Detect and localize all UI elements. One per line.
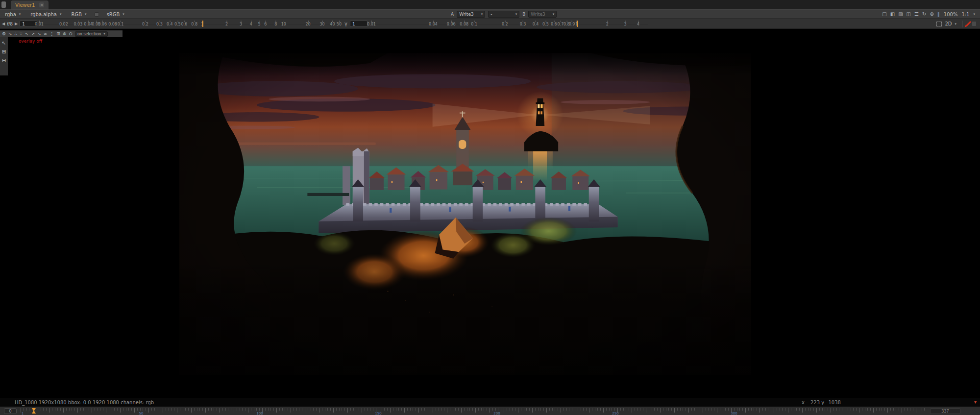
- display-channels-value: RGB: [71, 12, 82, 17]
- channel-controls: rgba ▾ rgba.alpha ▾ RGB ▾ sRGB ▾: [3, 10, 126, 18]
- exposure-toolbar: ◀ f/8 ▶ 1 0.010.020.030.040.050.060.080.…: [0, 19, 980, 29]
- input-a-value: Write3: [459, 12, 474, 17]
- side-tool-strip: ↖⊞⊟: [0, 37, 8, 75]
- grid-icon[interactable]: ⊞: [56, 32, 60, 36]
- wipe-mode-value: -: [490, 12, 492, 17]
- ab-compare-controls: A Write3 ▾ - ▾ B Write3 ▾: [451, 10, 557, 18]
- add-point-cursor-icon[interactable]: ⊞: [2, 49, 6, 54]
- timeline-end-frame[interactable]: 337: [930, 408, 960, 414]
- remove-selection-icon[interactable]: ⊖: [69, 32, 73, 36]
- nuke-viewer-window: { "tab_bar": { "tab_label": "Viewer1", "…: [0, 0, 980, 415]
- input-b-value: Write3: [531, 12, 545, 17]
- chevron-down-icon: ▾: [553, 12, 555, 16]
- select-cursor-icon[interactable]: ↖: [2, 41, 6, 46]
- overlay-tools: ⚙∿∴∵↖↗↘∞⋮⊞⊕⊖: [2, 32, 73, 36]
- viewer-toolbar: rgba ▾ rgba.alpha ▾ RGB ▾ sRGB ▾ A Write…: [0, 9, 980, 19]
- chevron-down-icon[interactable]: ▾: [955, 22, 956, 26]
- edge-icon[interactable]: [972, 22, 976, 26]
- input-b-dropdown[interactable]: Write3 ▾: [528, 11, 557, 18]
- gamma-input[interactable]: 1: [350, 21, 368, 27]
- channels-dropdown[interactable]: rgba ▾: [3, 12, 23, 17]
- gamma-label: γ: [344, 21, 347, 26]
- points-icon[interactable]: ∴: [15, 32, 18, 36]
- channels-value: rgba: [5, 12, 16, 17]
- gain-slider[interactable]: 0.010.020.030.040.050.060.080.10.20.30.4…: [39, 20, 341, 27]
- cursor-coordinates: x=-223 y=1038: [802, 400, 841, 405]
- status-menu-caret-icon[interactable]: ▾: [974, 399, 977, 405]
- wipe-mode-dropdown[interactable]: - ▾: [488, 11, 519, 18]
- format-info: HD_1080 1920x1080 bbox: 0 0 1920 1080 ch…: [15, 400, 154, 405]
- gamma-slider[interactable]: 0.010.040.060.080.10.20.30.40.50.60.70.8…: [371, 20, 648, 27]
- colorspace-value: sRGB: [107, 12, 120, 17]
- input-b-label: B: [522, 12, 525, 17]
- chevron-down-icon: ▾: [103, 32, 105, 36]
- gamma-slider-handle[interactable]: [577, 21, 578, 27]
- wipe-icon[interactable]: ◫: [906, 12, 911, 17]
- pause-icon[interactable]: ‖: [937, 12, 940, 17]
- layers-icon[interactable]: ☰: [914, 12, 919, 17]
- alpha-layer-dropdown[interactable]: rgba.alpha ▾: [28, 12, 63, 17]
- settings-gear-icon[interactable]: ⚙: [2, 32, 6, 36]
- chevron-down-icon: ▾: [481, 12, 483, 16]
- remove-point-cursor-icon[interactable]: ⊟: [2, 58, 6, 63]
- chevron-down-icon: ▾: [515, 12, 517, 16]
- refresh-icon[interactable]: ↻: [922, 12, 926, 17]
- autokey-icon[interactable]: ∿: [8, 32, 12, 36]
- input-a-label: A: [451, 12, 454, 17]
- chevron-down-icon: ▾: [122, 12, 124, 16]
- fstop-prev-button[interactable]: ◀: [2, 22, 5, 26]
- status-bar: HD_1080 1920x1080 bbox: 0 0 1920 1080 ch…: [0, 398, 980, 407]
- viewer-canvas[interactable]: ⚙∿∴∵↖↗↘∞⋮⊞⊕⊖ on selection ▾ ↖⊞⊟ overlay …: [0, 29, 980, 398]
- more-points-icon[interactable]: ⋮: [49, 32, 54, 36]
- feather-points-icon[interactable]: ∵: [20, 32, 23, 36]
- pixel-aspect-label: 1:1: [961, 12, 969, 17]
- alpha-layer-value: rgba.alpha: [30, 12, 57, 17]
- add-selection-icon[interactable]: ⊕: [63, 32, 67, 36]
- timeline-start-frame[interactable]: 0: [4, 408, 17, 414]
- chevron-down-icon: ▾: [60, 12, 62, 16]
- tab-label: Viewer1: [15, 2, 35, 8]
- selection-mode-dropdown[interactable]: on selection ▾: [75, 31, 108, 37]
- rendered-image[interactable]: [179, 53, 751, 375]
- input-a-dropdown[interactable]: Write3 ▾: [457, 11, 485, 18]
- smooth-up-icon[interactable]: ↗: [31, 32, 35, 36]
- tab-close-icon[interactable]: ×: [39, 2, 44, 7]
- colorspace-dropdown[interactable]: sRGB ▾: [105, 12, 126, 17]
- fstop-label: f/8: [7, 22, 13, 26]
- divider: [962, 21, 962, 27]
- chevron-down-icon[interactable]: ▾: [973, 12, 975, 16]
- display-channels-dropdown[interactable]: RGB ▾: [69, 12, 88, 17]
- tab-viewer1[interactable]: Viewer1 ×: [11, 0, 49, 9]
- harbor-town-scene: [179, 53, 751, 375]
- annotate-pencil-icon[interactable]: [966, 21, 971, 26]
- selection-box-icon[interactable]: [936, 22, 942, 26]
- fstop-next-button[interactable]: ▶: [15, 22, 18, 26]
- overlay-tool-strip: ⚙∿∴∵↖↗↘∞⋮⊞⊕⊖ on selection ▾: [0, 30, 122, 37]
- viewer-display-controls: □◧▨◫☰↻⊛‖ 100% 1:1 ▾: [882, 10, 975, 18]
- selection-mode-value: on selection: [77, 32, 101, 36]
- fstop-stepper: ◀ f/8 ▶ 1: [2, 21, 37, 27]
- chevron-down-icon: ▾: [85, 12, 87, 16]
- roi-icon[interactable]: ⊛: [930, 12, 933, 17]
- gamut-swatch-icon[interactable]: [95, 12, 99, 17]
- link-icon[interactable]: ∞: [44, 32, 48, 36]
- checker-background-icon[interactable]: ▨: [898, 12, 903, 17]
- monitor-out-icon[interactable]: ◧: [890, 12, 895, 17]
- timeline[interactable]: 0 150100150200250300 337: [0, 407, 980, 415]
- chevron-down-icon: ▾: [19, 12, 21, 16]
- zoom-level-dropdown[interactable]: 100%: [944, 12, 958, 17]
- view-mode-controls: 2D ▾: [936, 20, 976, 27]
- pane-handle-icon[interactable]: [1, 1, 6, 8]
- tab-bar: Viewer1 ×: [0, 0, 980, 9]
- smooth-down-icon[interactable]: ↘: [37, 32, 41, 36]
- cursor-tool-icon[interactable]: ↖: [25, 32, 29, 36]
- viewer-icon-strip: □◧▨◫☰↻⊛‖: [882, 12, 940, 17]
- gain-slider-handle[interactable]: [202, 21, 203, 27]
- overlay-off-status: overlay off: [19, 39, 42, 44]
- full-frame-icon[interactable]: □: [882, 12, 886, 17]
- view-mode-dropdown[interactable]: 2D: [945, 21, 952, 26]
- timeline-ruler[interactable]: [21, 408, 925, 415]
